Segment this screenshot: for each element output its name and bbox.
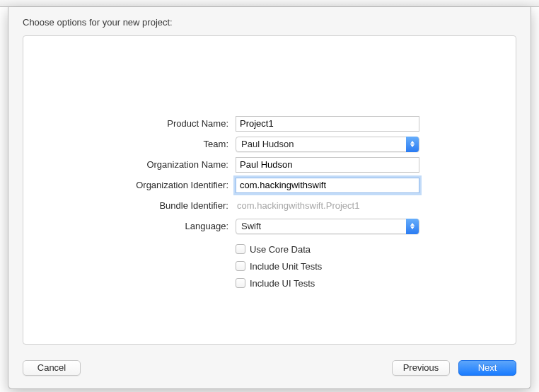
- new-project-options-sheet: Choose options for your new project: Pro…: [8, 7, 531, 389]
- row-team: Team: Paul Hudson: [23, 134, 516, 154]
- cancel-button[interactable]: Cancel: [23, 360, 81, 376]
- language-popup[interactable]: Swift: [236, 219, 419, 234]
- label-language: Language:: [23, 221, 236, 231]
- unit-tests-checkbox-label: Include Unit Tests: [250, 261, 322, 272]
- ui-tests-checkbox[interactable]: [236, 278, 245, 288]
- label-bundle-identifier: Bundle Identifier:: [23, 200, 236, 211]
- row-include-ui-tests: Include UI Tests: [23, 275, 516, 291]
- core-data-checkbox[interactable]: [236, 244, 245, 254]
- core-data-checkbox-label: Use Core Data: [250, 244, 311, 255]
- row-organization-name: Organization Name:: [23, 155, 516, 174]
- options-form: Product Name: Team: Paul Hudson: [23, 114, 516, 292]
- bundle-identifier-value: com.hackingwithswift.Project1: [236, 200, 359, 211]
- row-organization-identifier: Organization Identifier:: [23, 175, 516, 195]
- window-chrome-strip: [0, 0, 539, 7]
- label-organization-identifier: Organization Identifier:: [23, 180, 236, 190]
- label-team: Team:: [23, 139, 236, 149]
- ui-tests-checkbox-label: Include UI Tests: [250, 278, 315, 289]
- sheet-title: Choose options for your new project:: [23, 17, 173, 28]
- options-panel: Product Name: Team: Paul Hudson: [23, 35, 516, 345]
- popup-stepper-icon: [406, 219, 419, 234]
- language-popup-value: Swift: [241, 221, 261, 231]
- product-name-input[interactable]: [236, 116, 419, 132]
- team-popup[interactable]: Paul Hudson: [236, 137, 419, 152]
- row-use-core-data: Use Core Data: [23, 241, 516, 257]
- popup-stepper-icon: [406, 137, 419, 152]
- label-product-name: Product Name:: [23, 118, 236, 129]
- team-popup-value: Paul Hudson: [241, 139, 294, 149]
- row-include-unit-tests: Include Unit Tests: [23, 258, 516, 274]
- unit-tests-checkbox[interactable]: [236, 261, 245, 271]
- label-organization-name: Organization Name:: [23, 159, 236, 170]
- row-language: Language: Swift: [23, 217, 516, 236]
- row-product-name: Product Name:: [23, 114, 516, 133]
- button-bar: Cancel Previous Next: [23, 357, 516, 379]
- organization-identifier-input[interactable]: [236, 178, 419, 193]
- previous-button[interactable]: Previous: [392, 360, 450, 376]
- next-button[interactable]: Next: [458, 360, 516, 376]
- row-bundle-identifier: Bundle Identifier: com.hackingwithswift.…: [23, 196, 516, 215]
- organization-name-input[interactable]: [236, 157, 419, 173]
